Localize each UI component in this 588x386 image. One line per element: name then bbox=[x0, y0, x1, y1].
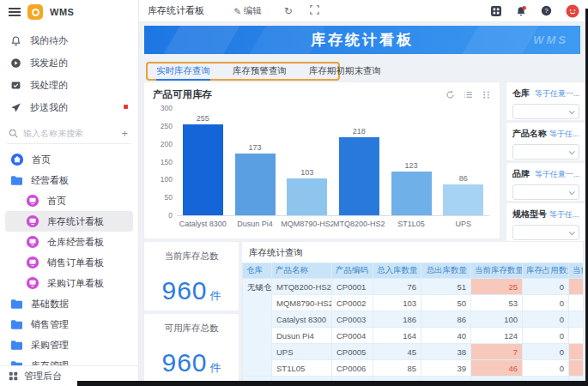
wms-dashboard-window: WMS 我的待办我发起的我处理的抄送我的 + 首页经营看板首页库存统计看板仓库经… bbox=[0, 0, 588, 386]
tab-2[interactable]: 库存期初期末查询 bbox=[309, 63, 381, 80]
chevron-down-icon bbox=[569, 108, 575, 114]
sidebar-item-8[interactable]: 销售管理 bbox=[5, 314, 133, 335]
bar-ST1L05[interactable]: 123 bbox=[391, 172, 432, 215]
sidebar-item-label: 首页 bbox=[47, 195, 66, 208]
warehouse-cell: 无锡仓 bbox=[243, 279, 272, 377]
y-axis-tick: 50 bbox=[165, 193, 173, 202]
bar-value-label: 123 bbox=[405, 161, 418, 170]
bar-Dusun Pi4[interactable]: 173 bbox=[235, 154, 276, 215]
refresh-icon[interactable]: ↻ bbox=[284, 6, 293, 16]
table-row: Dusun Pi4CP0004164401240 bbox=[243, 328, 584, 344]
filter-operator-dropdown[interactable]: 等于任意一... bbox=[535, 169, 579, 180]
chevron-down-icon bbox=[569, 229, 575, 235]
column-header[interactable]: 总入库数量 bbox=[373, 263, 421, 279]
bar-Catalyst 8300[interactable]: 255 bbox=[183, 124, 223, 215]
todo-item[interactable]: 我发起的 bbox=[0, 51, 138, 74]
in-qty-cell: 76 bbox=[373, 279, 421, 295]
todo-item[interactable]: 我处理的 bbox=[0, 74, 138, 96]
column-header[interactable]: 总出库数量 bbox=[421, 263, 471, 279]
bar-MQM8790-HS2R[interactable]: 103 bbox=[287, 178, 327, 215]
board-icon bbox=[26, 235, 39, 249]
bar-UPS[interactable]: 86 bbox=[443, 184, 483, 215]
todo-item-label: 我处理的 bbox=[30, 79, 68, 92]
column-header[interactable]: 库存占用数量 bbox=[523, 263, 569, 279]
product-cell: MTQ8200-HS2F bbox=[272, 279, 332, 295]
sidebar-item-dashboard-3[interactable]: 库存统计看板 bbox=[5, 211, 133, 232]
bar-chart-plot: 25517310321812386 050100150200250300 bbox=[177, 108, 489, 216]
sidebar-item-dashboard-4[interactable]: 仓库经营看板 bbox=[5, 232, 133, 252]
bar-slot: 123 bbox=[385, 108, 438, 215]
available-qty-cell bbox=[569, 311, 584, 328]
bar-MTQ8200-HS2F[interactable]: 218 bbox=[339, 137, 379, 215]
filter-operator-dropdown[interactable]: 等于任... bbox=[549, 129, 579, 140]
todo-item[interactable]: 抄送我的 bbox=[0, 96, 138, 118]
column-header[interactable]: 产品名称 bbox=[272, 263, 332, 279]
chart-refresh-icon[interactable] bbox=[446, 90, 455, 100]
banner-title: 库存统计看板 bbox=[311, 30, 414, 50]
sidebar-item-dashboard-5[interactable]: 销售订单看板 bbox=[5, 252, 133, 273]
column-header[interactable]: 产品编码 bbox=[332, 263, 373, 279]
window-edge-bottom bbox=[77, 381, 588, 386]
chart-more-icon[interactable] bbox=[482, 90, 491, 100]
filter-card-0: 仓库等于任意一... bbox=[506, 82, 585, 120]
product-cell: Dusun Pi4 bbox=[272, 328, 332, 344]
tab-0[interactable]: 实时库存查询 bbox=[156, 63, 210, 80]
dashboard-content: 库存统计看板 WMS 实时库存查询库存预警查询库存期初期末查询 产品可用库存 bbox=[139, 22, 588, 386]
chevron-down-icon bbox=[569, 148, 575, 154]
pencil-icon: ✎ bbox=[233, 6, 241, 16]
sidebar-item-label: 销售管理 bbox=[31, 318, 69, 331]
filter-value-select[interactable] bbox=[512, 184, 579, 200]
bar-value-label: 218 bbox=[353, 127, 366, 136]
user-avatar[interactable] bbox=[566, 4, 579, 18]
filter-value-select[interactable] bbox=[512, 225, 579, 240]
stat-label: 当前库存总数 bbox=[144, 250, 239, 262]
sidebar-item-label: 经营看板 bbox=[31, 174, 69, 187]
product-cell: ST1L05 bbox=[272, 360, 332, 377]
folder-icon bbox=[10, 340, 23, 351]
tab-1[interactable]: 库存预警查询 bbox=[233, 63, 287, 80]
notification-bell-icon[interactable] bbox=[515, 5, 527, 17]
bar-slot: 218 bbox=[333, 108, 385, 215]
help-icon[interactable]: ? bbox=[541, 5, 552, 16]
filter-label: 规格型号 bbox=[512, 208, 547, 220]
filter-label: 产品名称 bbox=[512, 128, 547, 140]
column-header[interactable]: 当前可用数量 bbox=[569, 263, 584, 279]
inbox-icon bbox=[10, 80, 21, 91]
x-axis-label: MQM8790-HS2R bbox=[281, 220, 333, 228]
filter-operator-dropdown[interactable]: 等于任意一... bbox=[535, 88, 579, 100]
search-input[interactable] bbox=[23, 129, 114, 138]
page-tab[interactable]: 库存统计看板 bbox=[148, 4, 204, 17]
in-qty-cell: 45 bbox=[373, 344, 421, 360]
sidebar-item-dashboard-6[interactable]: 采购订单看板 bbox=[5, 273, 133, 293]
y-axis-tick: 0 bbox=[168, 211, 173, 220]
current-qty-cell: 53 bbox=[471, 295, 523, 311]
stat-value: 960件 bbox=[144, 276, 239, 305]
folder-icon bbox=[10, 319, 23, 330]
todo-item[interactable]: 我的待办 bbox=[0, 29, 138, 51]
available-qty-cell bbox=[569, 279, 584, 295]
sidebar-search: + bbox=[7, 124, 131, 144]
apps-icon[interactable] bbox=[491, 6, 501, 16]
sidebar-item-9[interactable]: 采购管理 bbox=[5, 335, 133, 355]
sidebar-item-dashboard-2[interactable]: 首页 bbox=[5, 190, 133, 211]
chart-list-icon[interactable] bbox=[464, 90, 473, 100]
stat-label: 可用库存总数 bbox=[144, 323, 239, 335]
sidebar-item-label: 库存统计看板 bbox=[47, 215, 104, 228]
add-button[interactable]: + bbox=[119, 127, 130, 140]
fullscreen-icon[interactable] bbox=[310, 5, 319, 16]
x-axis-label: Catalyst 8300 bbox=[177, 220, 229, 228]
filter-value-select[interactable] bbox=[512, 104, 579, 119]
edit-button[interactable]: ✎编辑 bbox=[233, 5, 262, 17]
sidebar-item-0[interactable]: 首页 bbox=[5, 149, 133, 170]
filter-value-select[interactable] bbox=[512, 144, 579, 160]
column-header[interactable]: 当前库存数量 bbox=[471, 263, 523, 279]
hamburger-menu-icon[interactable] bbox=[9, 8, 21, 16]
available-qty-cell bbox=[569, 328, 584, 344]
column-header[interactable]: 仓库 bbox=[243, 263, 272, 279]
y-axis-tick: 150 bbox=[161, 158, 173, 166]
out-qty-cell: 39 bbox=[421, 360, 471, 377]
sidebar-item-7[interactable]: 基础数据 bbox=[5, 293, 133, 314]
code-cell: CP0002 bbox=[332, 295, 373, 311]
sidebar-item-1[interactable]: 经营看板 bbox=[5, 170, 133, 190]
filter-operator-dropdown[interactable]: 等于任... bbox=[549, 209, 579, 220]
